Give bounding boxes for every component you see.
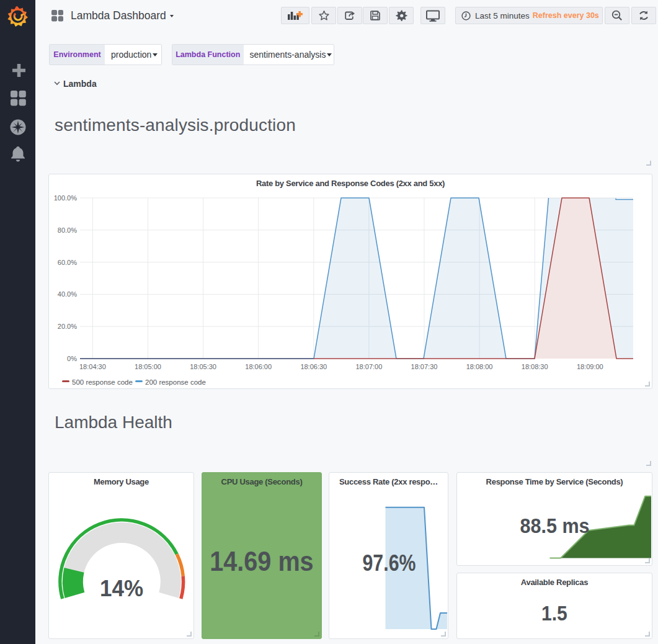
svg-text:97.6%: 97.6%: [363, 550, 416, 576]
svg-text:500 response code: 500 response code: [72, 378, 133, 386]
svg-text:40.0%: 40.0%: [58, 290, 77, 298]
svg-text:18:05:30: 18:05:30: [190, 363, 216, 370]
svg-text:18:08:00: 18:08:00: [466, 363, 493, 370]
svg-text:18:06:30: 18:06:30: [300, 363, 327, 370]
svg-text:18:09:00: 18:09:00: [577, 363, 603, 370]
svg-text:18:07:00: 18:07:00: [355, 363, 382, 370]
svg-text:18:08:30: 18:08:30: [522, 363, 548, 370]
svg-text:200 response code: 200 response code: [145, 378, 206, 386]
svg-text:18:07:30: 18:07:30: [411, 363, 438, 370]
svg-text:0%: 0%: [67, 355, 77, 362]
svg-text:100.0%: 100.0%: [54, 194, 78, 202]
svg-text:18:06:00: 18:06:00: [245, 363, 272, 370]
svg-text:60.0%: 60.0%: [58, 259, 77, 266]
svg-text:20.0%: 20.0%: [58, 323, 77, 330]
svg-text:14%: 14%: [100, 576, 143, 601]
svg-text:80.0%: 80.0%: [58, 226, 77, 234]
svg-text:88.5 ms: 88.5 ms: [520, 514, 590, 537]
svg-text:18:05:00: 18:05:00: [135, 363, 161, 370]
svg-text:18:04:30: 18:04:30: [79, 363, 106, 370]
